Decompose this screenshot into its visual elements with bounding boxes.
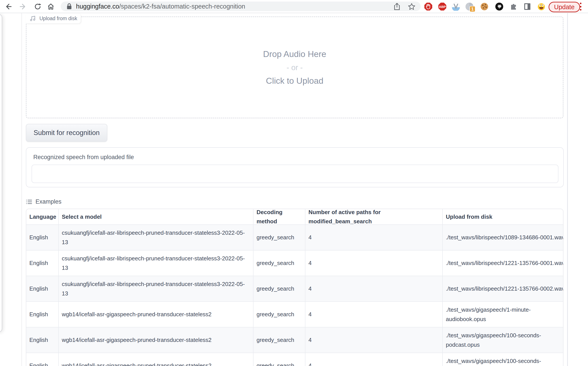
example-row[interactable]: Englishwgb14/icefall-asr-gigaspeech-prun… [26,353,564,366]
column-header: Number of active paths for modified_beam… [305,209,443,224]
forward-button[interactable] [19,2,27,11]
puzzle-extensions-icon[interactable] [510,2,518,11]
model-cell: csukuangfj/icefall-asr-librispeech-prune… [59,276,254,301]
decoding-method-cell: greedy_search [254,225,305,250]
table-header-row: LanguageSelect a modelDecoding methodNum… [26,209,564,224]
address-bar[interactable]: huggingface.co/spaces/k2-fsa/automatic-s… [61,1,421,11]
adblocker-extension-icon[interactable] [424,2,432,11]
back-button[interactable] [4,2,13,11]
browser-toolbar: huggingface.co/spaces/k2-fsa/automatic-s… [0,0,588,13]
lock-icon [66,3,72,10]
example-row[interactable]: Englishwgb14/icefall-asr-gigaspeech-prun… [26,301,564,327]
emoji-extension-icon[interactable] [537,2,545,11]
language-cell: English [26,225,59,250]
example-row[interactable]: Englishwgb14/icefall-asr-gigaspeech-prun… [26,327,564,353]
language-cell: English [26,353,59,366]
submit-button[interactable]: Submit for recognition [26,124,107,142]
model-cell: csukuangfj/icefall-asr-librispeech-prune… [59,251,254,276]
decoding-method-cell: greedy_search [254,276,305,301]
account-extension-icon[interactable]: 1 [465,2,474,11]
examples-header: Examples [26,198,61,205]
decoding-method-cell: greedy_search [254,353,305,366]
reload-button[interactable] [33,2,42,11]
tab-upload-label: Upload from disk [39,15,77,22]
browser-update-button[interactable]: Update [549,2,580,12]
abp-extension-icon[interactable]: ABP [438,2,446,11]
cookie-extension-icon[interactable] [480,2,489,11]
recognized-text-output[interactable] [31,165,558,183]
github-extension-icon[interactable] [495,2,504,11]
language-cell: English [26,251,59,276]
active-paths-cell: 4 [305,276,443,301]
example-row[interactable]: Englishcsukuangfj/icefall-asr-librispeec… [26,276,564,301]
active-paths-cell: 4 [305,328,443,353]
v-extension-icon[interactable] [452,2,460,11]
dropzone-line1: Drop Audio Here [263,50,326,58]
decoding-method-cell: greedy_search [254,302,305,327]
upload-path-cell: ./test_wavs/librispeech/1221-135766-0001… [443,251,564,276]
share-icon[interactable] [393,3,400,10]
sidebar-extension-icon[interactable] [523,2,531,11]
browser-menu-icon[interactable] [579,3,582,10]
home-button[interactable] [46,2,55,11]
model-cell: wgb14/icefall-asr-gigaspeech-pruned-tran… [59,353,254,366]
background-card-edge [0,14,2,332]
app-left-border [22,13,22,366]
column-header: Select a model [59,209,254,224]
url-text: huggingface.co/spaces/k2-fsa/automatic-s… [76,3,245,10]
dropzone-line3: Click to Upload [266,76,323,85]
audio-dropzone[interactable]: Drop Audio Here - or - Click to Upload [26,16,564,118]
tab-upload-from-disk[interactable]: Upload from disk [26,14,81,23]
extension-badge: 1 [469,6,475,12]
bookmark-star-icon[interactable] [408,3,415,10]
column-header: Upload from disk [443,209,564,224]
model-cell: csukuangfj/icefall-asr-librispeech-prune… [59,225,254,250]
upload-path-cell: ./test_wavs/gigaspeech/100-seconds-podca… [443,328,564,353]
column-header: Language [26,209,59,224]
model-cell: wgb14/icefall-asr-gigaspeech-pruned-tran… [59,302,254,327]
output-panel: Recognized speech from uploaded file [26,147,564,187]
active-paths-cell: 4 [305,251,443,276]
examples-label: Examples [36,198,61,205]
list-icon [26,198,32,205]
language-cell: English [26,276,59,301]
language-cell: English [26,302,59,327]
decoding-method-cell: greedy_search [254,251,305,276]
app-right-border [567,13,568,366]
upload-path-cell: ./test_wavs/librispeech/1221-135766-0002… [443,276,564,301]
example-row[interactable]: Englishcsukuangfj/icefall-asr-librispeec… [26,250,564,276]
active-paths-cell: 4 [305,225,443,250]
examples-table: LanguageSelect a modelDecoding methodNum… [26,209,564,366]
decoding-method-cell: greedy_search [254,328,305,353]
upload-path-cell: ./test_wavs/gigaspeech/1-minute-audioboo… [443,302,564,327]
music-notes-icon [30,15,36,22]
upload-path-cell: ./test_wavs/gigaspeech/100-seconds-youtu… [443,353,564,366]
model-cell: wgb14/icefall-asr-gigaspeech-pruned-tran… [59,328,254,353]
active-paths-cell: 4 [305,302,443,327]
output-label: Recognized speech from uploaded file [33,154,134,161]
example-row[interactable]: Englishcsukuangfj/icefall-asr-librispeec… [26,224,564,250]
active-paths-cell: 4 [305,353,443,366]
dropzone-line2: - or - [286,64,303,71]
language-cell: English [26,328,59,353]
upload-path-cell: ./test_wavs/librispeech/1089-134686-0001… [443,225,564,250]
column-header: Decoding method [254,209,305,224]
